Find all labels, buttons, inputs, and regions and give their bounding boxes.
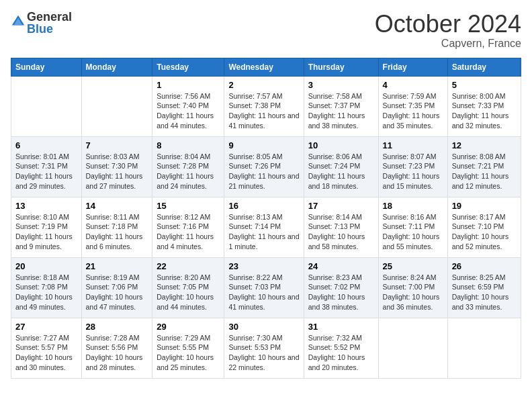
calendar-cell: 10Sunrise: 8:06 AMSunset: 7:24 PMDayligh… [304, 136, 378, 197]
day-number: 3 [308, 80, 374, 90]
calendar-cell: 29Sunrise: 7:29 AMSunset: 5:55 PMDayligh… [152, 318, 224, 378]
day-detail: Sunrise: 7:27 AMSunset: 5:57 PMDaylight:… [15, 333, 77, 373]
calendar-cell: 28Sunrise: 7:28 AMSunset: 5:56 PMDayligh… [81, 318, 152, 378]
day-detail: Sunrise: 7:28 AMSunset: 5:56 PMDaylight:… [86, 333, 148, 373]
col-header-saturday: Saturday [447, 58, 521, 76]
day-number: 11 [383, 140, 443, 150]
day-detail: Sunrise: 8:17 AMSunset: 7:10 PMDaylight:… [452, 212, 517, 252]
calendar-cell: 14Sunrise: 8:11 AMSunset: 7:18 PMDayligh… [81, 197, 152, 257]
calendar-cell: 9Sunrise: 8:05 AMSunset: 7:26 PMDaylight… [224, 136, 304, 197]
calendar-cell: 5Sunrise: 8:00 AMSunset: 7:33 PMDaylight… [447, 76, 521, 136]
day-number: 17 [308, 201, 374, 211]
day-detail: Sunrise: 8:14 AMSunset: 7:13 PMDaylight:… [308, 212, 374, 252]
day-detail: Sunrise: 8:04 AMSunset: 7:28 PMDaylight:… [157, 152, 220, 191]
calendar-week-row: 20Sunrise: 8:18 AMSunset: 7:08 PMDayligh… [11, 257, 521, 318]
calendar-week-row: 6Sunrise: 8:01 AMSunset: 7:31 PMDaylight… [11, 136, 521, 197]
title-block: October 2024 Capvern, France [375, 11, 521, 50]
day-number: 2 [228, 80, 299, 90]
day-detail: Sunrise: 8:05 AMSunset: 7:26 PMDaylight:… [228, 152, 299, 191]
day-detail: Sunrise: 8:10 AMSunset: 7:19 PMDaylight:… [15, 212, 77, 252]
calendar-cell: 8Sunrise: 8:04 AMSunset: 7:28 PMDaylight… [152, 136, 224, 197]
day-detail: Sunrise: 7:58 AMSunset: 7:37 PMDaylight:… [308, 91, 374, 131]
day-number: 23 [228, 261, 299, 271]
calendar-cell: 26Sunrise: 8:25 AMSunset: 6:59 PMDayligh… [447, 257, 521, 318]
calendar-cell: 6Sunrise: 8:01 AMSunset: 7:31 PMDaylight… [11, 136, 82, 197]
calendar-cell: 4Sunrise: 7:59 AMSunset: 7:35 PMDaylight… [378, 76, 447, 136]
calendar-cell: 2Sunrise: 7:57 AMSunset: 7:38 PMDaylight… [224, 76, 304, 136]
calendar-cell: 20Sunrise: 8:18 AMSunset: 7:08 PMDayligh… [11, 257, 82, 318]
day-detail: Sunrise: 7:29 AMSunset: 5:55 PMDaylight:… [157, 333, 220, 373]
month-title: October 2024 [375, 11, 521, 38]
day-number: 26 [452, 261, 517, 271]
day-number: 1 [157, 80, 220, 90]
day-number: 20 [15, 261, 77, 271]
calendar-cell: 27Sunrise: 7:27 AMSunset: 5:57 PMDayligh… [11, 318, 82, 378]
day-number: 21 [86, 261, 148, 271]
calendar-cell [11, 76, 82, 136]
day-detail: Sunrise: 7:32 AMSunset: 5:52 PMDaylight:… [308, 333, 374, 373]
day-number: 6 [15, 140, 77, 150]
day-number: 27 [15, 322, 77, 332]
day-detail: Sunrise: 8:00 AMSunset: 7:33 PMDaylight:… [452, 91, 517, 131]
day-number: 7 [86, 140, 148, 150]
day-detail: Sunrise: 8:22 AMSunset: 7:03 PMDaylight:… [228, 273, 299, 312]
calendar-cell: 23Sunrise: 8:22 AMSunset: 7:03 PMDayligh… [224, 257, 304, 318]
calendar-cell: 1Sunrise: 7:56 AMSunset: 7:40 PMDaylight… [152, 76, 224, 136]
calendar-table: SundayMondayTuesdayWednesdayThursdayFrid… [11, 58, 521, 379]
calendar-week-row: 13Sunrise: 8:10 AMSunset: 7:19 PMDayligh… [11, 197, 521, 257]
day-number: 25 [383, 261, 443, 271]
calendar-cell: 3Sunrise: 7:58 AMSunset: 7:37 PMDaylight… [304, 76, 378, 136]
day-number: 8 [157, 140, 220, 150]
calendar-cell: 17Sunrise: 8:14 AMSunset: 7:13 PMDayligh… [304, 197, 378, 257]
day-number: 14 [86, 201, 148, 211]
day-number: 15 [157, 201, 220, 211]
calendar-cell: 18Sunrise: 8:16 AMSunset: 7:11 PMDayligh… [378, 197, 447, 257]
calendar-cell: 30Sunrise: 7:30 AMSunset: 5:53 PMDayligh… [224, 318, 304, 378]
day-number: 24 [308, 261, 374, 271]
calendar-cell: 21Sunrise: 8:19 AMSunset: 7:06 PMDayligh… [81, 257, 152, 318]
calendar-cell [81, 76, 152, 136]
day-detail: Sunrise: 8:16 AMSunset: 7:11 PMDaylight:… [383, 212, 443, 252]
calendar-week-row: 27Sunrise: 7:27 AMSunset: 5:57 PMDayligh… [11, 318, 521, 378]
day-number: 18 [383, 201, 443, 211]
day-number: 10 [308, 140, 374, 150]
day-number: 13 [15, 201, 77, 211]
col-header-wednesday: Wednesday [224, 58, 304, 76]
page-header: General Blue October 2024 Capvern, Franc… [11, 11, 521, 50]
day-detail: Sunrise: 8:23 AMSunset: 7:02 PMDaylight:… [308, 273, 374, 312]
calendar-week-row: 1Sunrise: 7:56 AMSunset: 7:40 PMDaylight… [11, 76, 521, 136]
logo-general: General [27, 11, 72, 23]
day-detail: Sunrise: 8:01 AMSunset: 7:31 PMDaylight:… [15, 152, 77, 191]
calendar-cell: 25Sunrise: 8:24 AMSunset: 7:00 PMDayligh… [378, 257, 447, 318]
day-number: 5 [452, 80, 517, 90]
day-detail: Sunrise: 8:07 AMSunset: 7:23 PMDaylight:… [383, 152, 443, 191]
col-header-monday: Monday [81, 58, 152, 76]
day-number: 28 [86, 322, 148, 332]
day-detail: Sunrise: 7:57 AMSunset: 7:38 PMDaylight:… [228, 91, 299, 131]
day-number: 19 [452, 201, 517, 211]
calendar-cell [447, 318, 521, 378]
day-number: 31 [308, 322, 374, 332]
day-detail: Sunrise: 8:13 AMSunset: 7:14 PMDaylight:… [228, 212, 299, 252]
calendar-cell: 19Sunrise: 8:17 AMSunset: 7:10 PMDayligh… [447, 197, 521, 257]
general-blue-icon [11, 14, 26, 29]
day-detail: Sunrise: 8:06 AMSunset: 7:24 PMDaylight:… [308, 152, 374, 191]
day-detail: Sunrise: 8:12 AMSunset: 7:16 PMDaylight:… [157, 212, 220, 252]
calendar-cell: 13Sunrise: 8:10 AMSunset: 7:19 PMDayligh… [11, 197, 82, 257]
day-detail: Sunrise: 8:11 AMSunset: 7:18 PMDaylight:… [86, 212, 148, 252]
logo: General Blue [11, 11, 72, 35]
day-detail: Sunrise: 8:08 AMSunset: 7:21 PMDaylight:… [452, 152, 517, 191]
calendar-cell: 16Sunrise: 8:13 AMSunset: 7:14 PMDayligh… [224, 197, 304, 257]
calendar-cell: 22Sunrise: 8:20 AMSunset: 7:05 PMDayligh… [152, 257, 224, 318]
day-detail: Sunrise: 8:18 AMSunset: 7:08 PMDaylight:… [15, 273, 77, 312]
calendar-header-row: SundayMondayTuesdayWednesdayThursdayFrid… [11, 58, 521, 76]
col-header-sunday: Sunday [11, 58, 82, 76]
calendar-cell: 7Sunrise: 8:03 AMSunset: 7:30 PMDaylight… [81, 136, 152, 197]
day-number: 9 [228, 140, 299, 150]
day-number: 29 [157, 322, 220, 332]
day-number: 16 [228, 201, 299, 211]
day-detail: Sunrise: 8:24 AMSunset: 7:00 PMDaylight:… [383, 273, 443, 312]
calendar-cell: 24Sunrise: 8:23 AMSunset: 7:02 PMDayligh… [304, 257, 378, 318]
day-detail: Sunrise: 7:59 AMSunset: 7:35 PMDaylight:… [383, 91, 443, 131]
day-number: 12 [452, 140, 517, 150]
